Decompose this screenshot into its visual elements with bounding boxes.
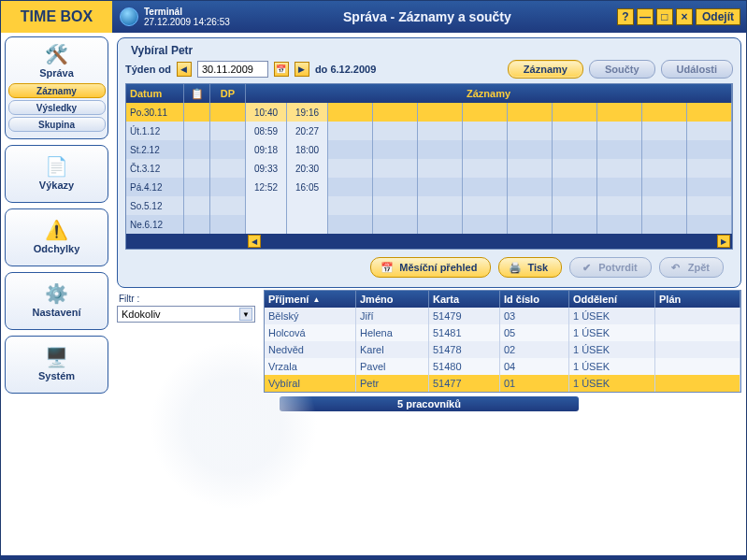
schedule-hscroll[interactable]: ◀ ▶ — [126, 234, 732, 249]
cell-jmeno: Pavel — [356, 358, 429, 375]
empty-slot — [418, 103, 463, 122]
cell-time-out — [287, 215, 328, 234]
col-plan[interactable]: Plán — [655, 291, 740, 308]
filter-value: Kdokoliv — [122, 309, 161, 320]
empty-slot — [597, 122, 642, 140]
sidebar-item-skupina[interactable]: Skupina — [8, 117, 106, 132]
col-jmeno[interactable]: Jméno — [356, 291, 429, 308]
cell-karta: 51480 — [429, 358, 500, 375]
schedule-row[interactable]: Čt.3.1209:3320:30 — [126, 159, 732, 178]
cell-prijmeni: Bělský — [265, 308, 356, 324]
cell-time-out: 20:27 — [287, 122, 328, 140]
sidebar-group-sprava[interactable]: 🛠️ Správa Záznamy Výsledky Skupina — [5, 36, 108, 139]
cell-prijmeni: Vybíral — [265, 375, 356, 392]
employee-row[interactable]: VrzalaPavel51480041 ÚSEK — [265, 358, 740, 375]
empty-slot — [642, 159, 687, 178]
schedule-row[interactable]: Po.30.1110:4019:16 — [126, 103, 732, 122]
terminal-label: Terminál — [144, 7, 230, 17]
sidebar-group-odchylky[interactable]: ⚠️ Odchylky — [5, 208, 108, 266]
help-button[interactable]: ? — [617, 8, 634, 25]
cell-flag — [184, 159, 210, 178]
system-icon: 🖥️ — [45, 346, 68, 368]
cell-jmeno: Jiří — [356, 308, 429, 324]
next-week-button[interactable]: ▶ — [294, 62, 309, 77]
cell-karta: 51478 — [429, 341, 500, 358]
schedule-row[interactable]: St.2.1209:1818:00 — [126, 140, 732, 159]
print-button[interactable]: 🖨️Tisk — [498, 257, 562, 278]
empty-slot — [328, 140, 373, 159]
col-dp[interactable]: DP — [210, 84, 246, 103]
empty-slot — [553, 140, 597, 159]
empty-slot — [373, 196, 418, 215]
status-bar: 5 pracovníků — [280, 396, 579, 411]
sidebar-label-nastaveni: Nastavení — [33, 307, 81, 318]
schedule-row[interactable]: Ne.6.12 — [126, 215, 732, 234]
back-button[interactable]: ↶Zpět — [659, 257, 724, 278]
prev-week-button[interactable]: ◀ — [177, 62, 192, 77]
scroll-left-button[interactable]: ◀ — [248, 235, 261, 248]
cell-time-in — [246, 215, 287, 234]
sidebar-group-vykazy[interactable]: 📄 Výkazy — [5, 145, 108, 203]
sidebar-item-vysledky[interactable]: Výsledky — [8, 100, 106, 115]
schedule-row[interactable]: Út.1.1208:5920:27 — [126, 122, 732, 140]
records-panel: Vybíral Petr Týden od ◀ 30.11.2009 📅 ▶ d… — [117, 37, 741, 288]
tab-soucty[interactable]: Součty — [589, 60, 655, 79]
empty-slot — [553, 159, 597, 178]
minimize-button[interactable]: — — [637, 8, 654, 25]
empty-slot — [553, 196, 597, 215]
empty-slot — [687, 140, 732, 159]
date-from-input[interactable]: 30.11.2009 — [197, 61, 268, 78]
employee-row[interactable]: BělskýJiří51479031 ÚSEK — [265, 308, 740, 324]
empty-slot — [642, 103, 687, 122]
undo-icon: ↶ — [669, 261, 682, 274]
col-zaznamy[interactable]: Záznamy — [246, 84, 732, 103]
col-id[interactable]: Id číslo — [500, 291, 569, 308]
col-icon[interactable]: 📋 — [184, 84, 210, 103]
col-prijmeni[interactable]: Příjmení▲ — [265, 291, 356, 308]
employee-row[interactable]: NedvědKarel51478021 ÚSEK — [265, 341, 740, 358]
sidebar-group-nastaveni[interactable]: ⚙️ Nastavení — [5, 272, 108, 330]
close-button[interactable]: × — [676, 8, 693, 25]
cell-jmeno: Karel — [356, 341, 429, 358]
sidebar: 🛠️ Správa Záznamy Výsledky Skupina 📄 Výk… — [1, 33, 112, 555]
cell-time-in: 08:59 — [246, 122, 287, 140]
scroll-right-button[interactable]: ▶ — [717, 235, 730, 248]
empty-slot — [553, 215, 597, 234]
terminal-info: Terminál 27.12.2009 14:26:53 — [112, 7, 237, 27]
empty-slot — [687, 178, 732, 196]
cell-plan — [655, 324, 740, 341]
empty-slot — [642, 122, 687, 140]
col-oddeleni[interactable]: Oddělení — [569, 291, 655, 308]
exit-button[interactable]: Odejít — [696, 8, 740, 25]
schedule-row[interactable]: Pá.4.1212:5216:05 — [126, 178, 732, 196]
cell-plan — [655, 375, 740, 392]
tab-udalosti[interactable]: Události — [661, 60, 733, 79]
empty-slot — [508, 103, 553, 122]
maximize-button[interactable]: □ — [656, 8, 673, 25]
schedule-row[interactable]: So.5.12 — [126, 196, 732, 215]
week-from-label: Týden od — [125, 64, 171, 75]
cell-prijmeni: Nedvěd — [265, 341, 356, 358]
cell-dp — [210, 215, 246, 234]
cell-time-out: 19:16 — [287, 103, 328, 122]
col-date[interactable]: Datum — [126, 84, 184, 103]
empty-slot — [463, 103, 508, 122]
cell-dp — [210, 140, 246, 159]
confirm-button[interactable]: ✔Potvrdit — [569, 257, 652, 278]
empty-slot — [597, 159, 642, 178]
empty-slot — [463, 122, 508, 140]
cell-time-in — [246, 196, 287, 215]
col-karta[interactable]: Karta — [429, 291, 500, 308]
filter-select[interactable]: Kdokoliv ▼ — [117, 306, 255, 323]
date-picker-button[interactable]: 📅 — [274, 62, 289, 77]
sort-asc-icon: ▲ — [312, 295, 320, 304]
sidebar-item-zaznamy[interactable]: Záznamy — [8, 83, 106, 98]
tab-zaznamy[interactable]: Záznamy — [508, 60, 583, 79]
monthly-overview-button[interactable]: 📅Měsíční přehled — [370, 257, 491, 278]
employee-row[interactable]: VybíralPetr51477011 ÚSEK — [265, 375, 740, 392]
empty-slot — [508, 122, 553, 140]
cell-time-out: 16:05 — [287, 178, 328, 196]
sidebar-group-system[interactable]: 🖥️ Systém — [5, 336, 108, 394]
cell-time-out — [287, 196, 328, 215]
employee-row[interactable]: HolcováHelena51481051 ÚSEK — [265, 324, 740, 341]
